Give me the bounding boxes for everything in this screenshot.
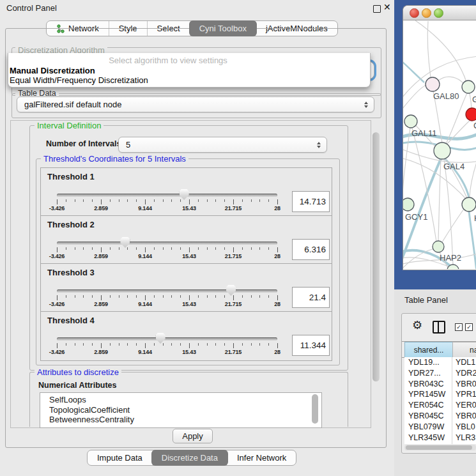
tab-impute-data[interactable]: Impute Data: [88, 450, 152, 465]
threshold-value-field[interactable]: 11.344: [292, 335, 330, 356]
slider-track[interactable]: [57, 289, 277, 293]
table-row[interactable]: YIL052CYIL0: [404, 443, 476, 444]
slider-track[interactable]: [57, 242, 277, 245]
thresholds-group-label: Threshold's Coordinates for 5 Intervals: [41, 154, 188, 164]
threshold-value-field[interactable]: 14.713: [292, 191, 330, 212]
cell-name: YPR1: [456, 390, 476, 399]
slider-tick: [207, 295, 208, 298]
slider-tick: [101, 343, 102, 348]
table-row[interactable]: YBR043CYBR0: [404, 379, 476, 390]
threshold-label: Threshold 1: [47, 172, 95, 181]
node-hap2[interactable]: [433, 241, 444, 252]
slider-track[interactable]: [57, 337, 277, 341]
node-label-gal4: GAL4: [443, 162, 464, 171]
table-row[interactable]: YBR045CYBR0: [404, 411, 476, 422]
attributes-list-scrollbar[interactable]: [312, 394, 318, 424]
tab-discretize-data[interactable]: Discretize Data: [151, 450, 228, 466]
slider-tick: [83, 199, 84, 202]
float-window-icon[interactable]: [373, 5, 381, 13]
slider-tick: [136, 343, 137, 346]
table-rows: YDL19...YDL1YDR27...YDR2YBR043CYBR0YPR14…: [404, 357, 476, 444]
slider-tick: [163, 199, 164, 202]
slider-tick: [189, 343, 190, 348]
slider-tick: [119, 343, 119, 346]
slider-thumb[interactable]: [226, 285, 236, 296]
table-row[interactable]: YBL079WYBL0: [404, 422, 476, 433]
node-partial-g[interactable]: [462, 81, 475, 93]
checkbox-icon[interactable]: ✓: [465, 323, 473, 331]
slider-tick: [119, 199, 119, 202]
network-canvas[interactable]: GAL80 G GAL11 C GAL4 GCY1 H HAP2: [403, 20, 476, 269]
table-row[interactable]: YER054CYER0: [404, 400, 476, 411]
threshold-label: Threshold 4: [47, 316, 95, 325]
slider-tick: [224, 199, 225, 202]
close-traffic-light-icon[interactable]: [410, 8, 419, 18]
network-window-titlebar[interactable]: [403, 6, 476, 20]
slider-thumb[interactable]: [156, 333, 165, 344]
numerical-attributes-list[interactable]: SelfLoopsTopologicalCoefficientBetweenne…: [40, 392, 322, 428]
table-row[interactable]: YDL19...YDL1: [404, 357, 476, 368]
tab-cyni-toolbox[interactable]: Cyni Toolbox: [189, 20, 257, 36]
slider-tick-label: 2.859: [94, 205, 108, 211]
slider-tick: [171, 295, 172, 298]
horizontal-scrollbar[interactable]: [404, 445, 476, 450]
table-row[interactable]: YPR145WYPR1: [404, 389, 476, 400]
attribute-item[interactable]: SelfLoops: [40, 395, 321, 405]
slider-tick: [207, 247, 208, 250]
tab-infer-network[interactable]: Infer Network: [227, 450, 296, 465]
node-gal4[interactable]: [434, 142, 450, 159]
node-selected-red[interactable]: [466, 108, 476, 121]
slider-tick-labels: -3.4262.8599.14415.4321.71528: [57, 301, 277, 307]
table-panel-card: ⚙ ✓ ✓ shared... na YDL19...YDL1YDR27...Y…: [401, 313, 476, 454]
threshold-value-field[interactable]: 6.316: [292, 239, 330, 260]
table-row[interactable]: YLR345WYLR3: [404, 433, 476, 443]
minimize-traffic-light-icon[interactable]: [422, 8, 431, 18]
column-header-shared-name[interactable]: shared...: [404, 342, 453, 358]
number-of-intervals-combobox[interactable]: 5: [118, 137, 327, 153]
slider-tick: [277, 199, 278, 204]
slider-tick: [66, 199, 66, 202]
slider-tick: [224, 247, 225, 250]
table-row[interactable]: YDR27...YDR2: [404, 368, 476, 379]
control-panel-titlebar: Control Panel ✕: [0, 0, 394, 17]
horizontal-scrollbar-thumb[interactable]: [406, 445, 472, 450]
node-gal80[interactable]: [426, 77, 440, 91]
node-partial-h[interactable]: [462, 197, 476, 211]
attribute-item[interactable]: TopologicalCoefficient: [40, 405, 321, 415]
threshold-value-field[interactable]: 21.4: [292, 287, 330, 308]
slider-ticks: [57, 295, 277, 301]
slider-tick: [251, 247, 252, 250]
slider-tick: [215, 247, 216, 250]
vertical-scrollbar[interactable]: [372, 132, 380, 381]
node-gcy1[interactable]: [403, 198, 414, 211]
number-of-intervals-label: Number of Intervals: [46, 139, 121, 148]
algorithm-option-manual-discretization[interactable]: Manual Discretization: [10, 66, 95, 75]
table-data-combobox[interactable]: galFiltered.sif default node: [17, 96, 374, 112]
columns-icon[interactable]: [433, 321, 445, 334]
slider-track[interactable]: [57, 194, 277, 197]
table-panel-section: Table Panel ⚙ ✓ ✓ shared... na YDL19...Y…: [394, 289, 476, 476]
slider-ticks: [57, 199, 277, 205]
column-header-name[interactable]: na: [452, 342, 476, 358]
slider-tick: [110, 295, 111, 298]
slider-tick: [233, 343, 234, 348]
apply-button[interactable]: Apply: [173, 429, 213, 443]
network-graph: GAL80 G GAL11 C GAL4 GCY1 H HAP2: [403, 20, 476, 269]
cell-name: YDR2: [456, 369, 476, 378]
close-icon[interactable]: ✕: [383, 2, 391, 12]
slider-tick: [127, 343, 128, 346]
slider-tick: [154, 247, 155, 250]
cell-name: YBR0: [456, 411, 476, 420]
slider-thumb[interactable]: [180, 189, 189, 200]
slider-tick: [215, 343, 216, 346]
algorithm-option-equal-width-frequency[interactable]: Equal Width/Frequency Discretization: [10, 75, 148, 85]
slider-tick: [66, 247, 66, 250]
slider-tick-label: 15.43: [182, 349, 196, 355]
checkbox-icon[interactable]: ✓: [455, 323, 463, 331]
node-gal11[interactable]: [404, 115, 417, 128]
zoom-traffic-light-icon[interactable]: [434, 8, 443, 18]
tab-cyni-toolbox-label: Cyni Toolbox: [199, 24, 247, 33]
slider-thumb[interactable]: [120, 237, 130, 248]
attribute-item[interactable]: BetweennessCentrality: [40, 415, 321, 425]
gear-icon[interactable]: ⚙: [412, 319, 422, 331]
